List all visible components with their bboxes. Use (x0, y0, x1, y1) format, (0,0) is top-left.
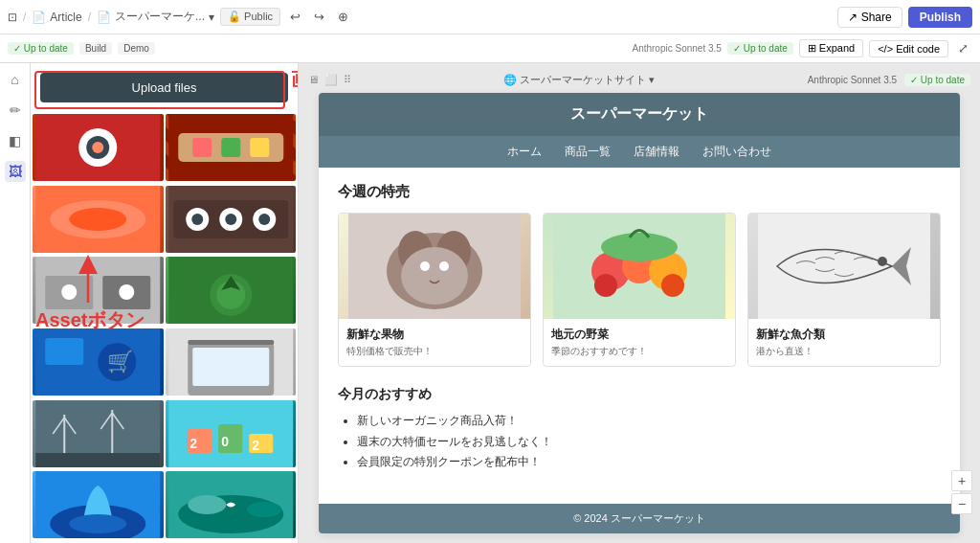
svg-point-62 (401, 247, 468, 305)
product-info-fish: 新鮮な魚介類 港から直送！ (748, 319, 940, 366)
top-bar-actions: ↗ Share Publish (837, 7, 972, 28)
zoom-out-button[interactable]: − (951, 493, 972, 514)
settings-button[interactable]: ⊕ (334, 8, 352, 26)
product-desc-fish: 港から直送！ (756, 345, 932, 358)
asset-panel: Upload files 画像アップロードボタン Assetボタン (31, 63, 299, 543)
breadcrumb-article[interactable]: 📄 Article (32, 11, 81, 24)
mobile-icon[interactable]: ⠿ (344, 74, 351, 86)
asset-thumb[interactable] (166, 471, 297, 538)
asset-thumb[interactable] (166, 186, 297, 253)
asset-thumb[interactable] (166, 257, 297, 324)
monthly-title: 今月のおすすめ (338, 386, 941, 403)
product-card-fruit: 新鮮な果物 特別価格で販売中！ (338, 213, 531, 367)
svg-point-23 (61, 284, 77, 300)
svg-point-53 (69, 514, 126, 533)
svg-rect-7 (221, 138, 240, 157)
asset-thumb[interactable] (33, 257, 164, 324)
uptodate-badge: ✓ Up to date (8, 42, 74, 55)
breadcrumb: ⊡ / 📄 Article / 📄 スーパーマーケ... ▾ 🔓 Public … (8, 8, 352, 26)
redo-button[interactable]: ↪ (310, 8, 328, 26)
asset-thumb[interactable] (33, 186, 164, 253)
svg-point-17 (191, 214, 203, 225)
preview-meta: Anthropic Sonnet 3.5 ✓ Up to date (808, 74, 970, 86)
asset-thumb[interactable] (166, 114, 297, 181)
product-img-veg (544, 214, 735, 319)
svg-point-56 (188, 495, 226, 514)
zoom-in-button[interactable]: + (951, 470, 972, 491)
preview-status-badge: ✓ Up to date (904, 74, 970, 86)
product-img-fish (748, 214, 940, 319)
nav-home[interactable]: ホーム (507, 144, 542, 160)
preview-toolbar: 🖥 ⬜ ⠿ 🌐 スーパーマーケットサイト ▾ Anthropic Sonnet … (308, 73, 970, 87)
rec-item-0: 新しいオーガニック商品入荷！ (357, 411, 941, 432)
icon-sidebar: ⌂ ✏ ◧ 🖼 (0, 63, 31, 543)
visibility-badge[interactable]: 🔓 Public (220, 8, 280, 26)
product-img-fruit (339, 214, 530, 319)
sub-toolbar-right: Anthropic Sonnet 3.5 ✓ Up to date ⊞ Expa… (632, 39, 972, 57)
edit-code-button[interactable]: </> Edit code (869, 40, 948, 57)
svg-point-11 (69, 208, 126, 231)
home-icon[interactable]: ⌂ (5, 69, 26, 90)
ai-model-label: Anthropic Sonnet 3.5 (808, 75, 897, 85)
build-badge[interactable]: Build (79, 42, 112, 55)
product-card-fish: 新鮮な魚介類 港から直送！ (747, 213, 941, 367)
asset-thumb[interactable] (33, 400, 164, 467)
svg-point-69 (601, 233, 678, 261)
svg-rect-34 (192, 348, 269, 386)
upload-btn-area: Upload files (31, 63, 298, 112)
weekly-sale-title: 今週の特売 (338, 183, 941, 201)
desktop-icon[interactable]: 🖥 (308, 74, 319, 86)
asset-thumb[interactable] (33, 471, 164, 538)
status-badge: ✓ Up to date (727, 42, 793, 55)
asset-thumb[interactable] (33, 114, 164, 181)
nav-contact[interactable]: お問い合わせ (702, 144, 771, 160)
expand-button[interactable]: ⊞ Expand (799, 39, 863, 57)
layers-icon[interactable]: ◧ (5, 130, 26, 151)
zoom-controls: + − (951, 470, 972, 514)
site-selector[interactable]: 🌐 スーパーマーケットサイト ▾ (503, 73, 655, 87)
share-button[interactable]: ↗ Share (837, 7, 902, 28)
svg-rect-8 (250, 138, 269, 157)
product-desc-fruit: 特別価格で販売中！ (346, 345, 523, 358)
svg-point-3 (92, 142, 103, 153)
site-footer: © 2024 スーパーマーケット (319, 504, 960, 533)
recommendations-section: 今月のおすすめ 新しいオーガニック商品入荷！ 週末の大特価セールをお見逃しなく！… (338, 386, 941, 473)
nav-products[interactable]: 商品一覧 (565, 144, 611, 160)
product-name-fish: 新鮮な魚介類 (756, 327, 932, 343)
main-layout: ⌂ ✏ ◧ 🖼 Upload files 画像アップロードボタン (0, 63, 980, 543)
fullscreen-button[interactable]: ⤢ (954, 39, 972, 57)
site-nav: ホーム 商品一覧 店舗情報 お問い合わせ (319, 136, 960, 168)
svg-text:2: 2 (189, 436, 197, 451)
tablet-icon[interactable]: ⬜ (324, 74, 338, 86)
publish-button[interactable]: Publish (908, 7, 972, 28)
rec-list: 新しいオーガニック商品入荷！ 週末の大特価セールをお見逃しなく！ 会員限定の特別… (338, 411, 941, 473)
svg-point-71 (661, 274, 684, 297)
svg-point-19 (258, 214, 270, 225)
edit-icon[interactable]: ✏ (5, 100, 26, 121)
nav-stores[interactable]: 店舗情報 (634, 144, 679, 160)
asset-grid: 🛒 (31, 112, 298, 543)
asset-thumb[interactable]: 2 0 2 (166, 400, 297, 467)
site-header: スーパーマーケット (319, 93, 960, 136)
demo-badge[interactable]: Demo (118, 42, 155, 55)
asset-thumb[interactable] (166, 328, 297, 396)
breadcrumb-page[interactable]: 📄 スーパーマーケ... ▾ (97, 9, 214, 25)
svg-text:2: 2 (252, 438, 259, 453)
app-icon[interactable]: ⊡ (8, 11, 17, 24)
preview-area: 🖥 ⬜ ⠿ 🌐 スーパーマーケットサイト ▾ Anthropic Sonnet … (299, 63, 980, 543)
svg-text:0: 0 (221, 434, 229, 449)
product-info-fruit: 新鮮な果物 特別価格で販売中！ (339, 319, 530, 366)
asset-thumb[interactable]: 🛒 (33, 328, 164, 396)
product-name-veg: 地元の野菜 (551, 327, 727, 343)
rec-item-2: 会員限定の特別クーポンを配布中！ (357, 452, 941, 473)
svg-point-64 (439, 261, 449, 271)
svg-rect-35 (188, 340, 274, 345)
undo-button[interactable]: ↩ (286, 8, 304, 26)
ai-label: Anthropic Sonnet 3.5 (632, 43, 721, 54)
site-body: 今週の特売 (319, 168, 960, 504)
svg-text:🛒: 🛒 (107, 349, 134, 374)
product-card-veg: 地元の野菜 季節のおすすめです！ (543, 213, 736, 367)
assets-icon[interactable]: 🖼 (5, 161, 26, 182)
product-info-veg: 地元の野菜 季節のおすすめです！ (544, 319, 735, 366)
upload-files-button[interactable]: Upload files (40, 73, 288, 102)
